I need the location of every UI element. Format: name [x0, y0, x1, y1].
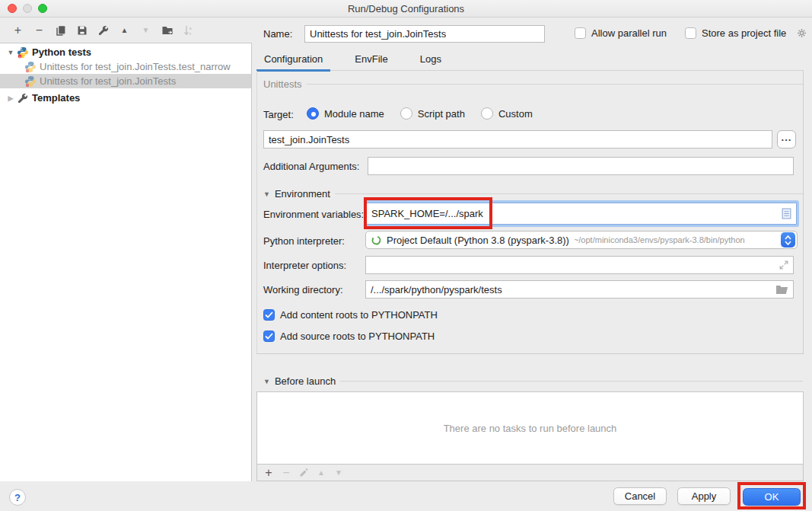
tree-item-unittests-test-narrow[interactable]: Unittests for test_join.JoinTests.test_n…: [0, 59, 251, 74]
run-debug-configurations-dialog: Run/Debug Configurations + − ▲ ▼ az ▼ Py: [0, 0, 812, 511]
interpreter-options-label: Interpreter options:: [263, 260, 346, 271]
tree-item-python-tests[interactable]: ▼ Python tests: [0, 45, 251, 59]
unittests-group-header: Unittests: [263, 78, 803, 90]
before-launch-group-title: Before launch: [275, 375, 336, 387]
move-up-button[interactable]: ▲: [118, 24, 131, 37]
unittests-group-title: Unittests: [263, 78, 302, 90]
tree-item-label: Templates: [32, 92, 80, 104]
task-list: There are no tasks to run before launch: [257, 392, 803, 465]
configurations-toolbar: + − ▲ ▼ az: [0, 18, 252, 43]
cancel-button[interactable]: Cancel: [613, 487, 667, 505]
move-down-button: ▼: [139, 24, 152, 37]
edit-templates-wrench-icon[interactable]: [97, 24, 110, 37]
copy-configuration-icon[interactable]: [54, 24, 67, 37]
annotation-box-ok: [737, 482, 806, 509]
environment-group-title: Environment: [275, 188, 330, 200]
working-directory-input[interactable]: /.../spark/python/pyspark/tests: [365, 280, 794, 299]
collapse-icon[interactable]: ▼: [6, 49, 15, 56]
help-button[interactable]: ?: [9, 489, 26, 506]
before-launch-empty-text: There are no tasks to run before launch: [444, 423, 617, 434]
env-vars-browse-icon[interactable]: [782, 208, 791, 219]
task-toolbar: + − ▲ ▼: [257, 465, 344, 481]
module-name-input[interactable]: test_join.JoinTests: [263, 130, 772, 149]
add-source-roots-checkbox[interactable]: Add source roots to PYTHONPATH: [263, 331, 435, 342]
tab-configuration[interactable]: Configuration: [256, 50, 330, 70]
target-options: Module name Script path Custom: [307, 107, 543, 120]
python-tests-icon: [17, 46, 29, 59]
templates-wrench-icon: [17, 92, 29, 104]
checkbox-box[interactable]: [575, 27, 586, 39]
before-launch-group-header[interactable]: ▼ Before launch: [263, 375, 803, 387]
move-task-up-button: ▲: [316, 468, 326, 478]
folder-icon[interactable]: [775, 285, 788, 295]
collapse-icon[interactable]: ▼: [263, 378, 270, 385]
tree-item-unittests-jointests[interactable]: Unittests for test_join.JoinTests: [0, 74, 251, 88]
annotation-box-env-vars: [364, 197, 492, 229]
browse-module-button[interactable]: ...: [777, 130, 796, 149]
interpreter-options-input[interactable]: [365, 256, 794, 274]
checkbox-box[interactable]: [263, 331, 275, 342]
name-input[interactable]: Unittests for test_join.JoinTests: [304, 25, 545, 43]
python-config-icon: [24, 75, 37, 88]
tree-item-label: Unittests for test_join.JoinTests: [40, 75, 176, 87]
module-name-radio[interactable]: [307, 107, 319, 120]
conda-env-icon: [371, 235, 382, 246]
custom-radio[interactable]: [481, 107, 493, 120]
additional-arguments-label: Additional Arguments:: [263, 161, 359, 172]
interpreter-path: ~/opt/miniconda3/envs/pyspark-3.8/bin/py…: [574, 235, 781, 244]
gear-icon[interactable]: [796, 27, 807, 39]
expand-field-icon[interactable]: [779, 260, 788, 270]
target-label: Target:: [263, 109, 294, 120]
tree-item-templates[interactable]: ▶ Templates: [0, 91, 251, 105]
additional-arguments-input[interactable]: [368, 157, 794, 175]
tab-logs[interactable]: Logs: [412, 50, 449, 70]
config-tabs: Configuration EnvFile Logs: [256, 50, 804, 71]
store-as-project-file-checkbox[interactable]: Store as project file: [685, 27, 807, 39]
python-interpreter-label: Python interpreter:: [263, 235, 345, 247]
configurations-tree: ▼ Python tests Unittests for test_join.J…: [0, 43, 252, 481]
add-content-roots-checkbox[interactable]: Add content roots to PYTHONPATH: [263, 309, 438, 321]
remove-configuration-button[interactable]: −: [33, 24, 46, 37]
title-bar: Run/Debug Configurations: [0, 0, 812, 18]
add-task-button[interactable]: +: [263, 468, 274, 478]
before-launch-task-box: There are no tasks to run before launch …: [256, 391, 804, 481]
save-configuration-icon[interactable]: [75, 24, 88, 37]
checkbox-box[interactable]: [685, 27, 696, 39]
svg-text:z: z: [189, 31, 191, 36]
window-title: Run/Debug Configurations: [0, 3, 812, 14]
script-path-radio[interactable]: [400, 107, 412, 120]
apply-button[interactable]: Apply: [677, 487, 731, 505]
tree-item-label: Python tests: [32, 46, 91, 58]
expand-icon[interactable]: ▶: [6, 94, 15, 102]
working-directory-label: Working directory:: [263, 284, 343, 295]
collapse-icon[interactable]: ▼: [263, 190, 270, 198]
sort-az-icon: az: [182, 24, 195, 37]
environment-group-header[interactable]: ▼ Environment: [263, 188, 803, 200]
allow-parallel-run-checkbox[interactable]: Allow parallel run: [575, 27, 667, 39]
add-configuration-button[interactable]: +: [11, 24, 24, 37]
svg-text:a: a: [189, 26, 192, 30]
python-interpreter-select[interactable]: Project Default (Python 3.8 (pyspark-3.8…: [365, 231, 798, 249]
tree-item-label: Unittests for test_join.JoinTests.test_n…: [40, 61, 231, 72]
tab-envfile[interactable]: EnvFile: [347, 50, 395, 70]
move-task-down-button: ▼: [333, 468, 344, 478]
combo-stepper-icon[interactable]: [781, 232, 795, 248]
name-label: Name:: [263, 28, 292, 40]
checkbox-box[interactable]: [263, 309, 275, 321]
remove-task-button: −: [281, 468, 291, 478]
new-folder-icon[interactable]: [161, 24, 174, 37]
edit-task-pencil-icon: [298, 468, 309, 478]
python-config-icon: [24, 61, 37, 73]
environment-variables-label: Environment variables:: [263, 209, 364, 220]
